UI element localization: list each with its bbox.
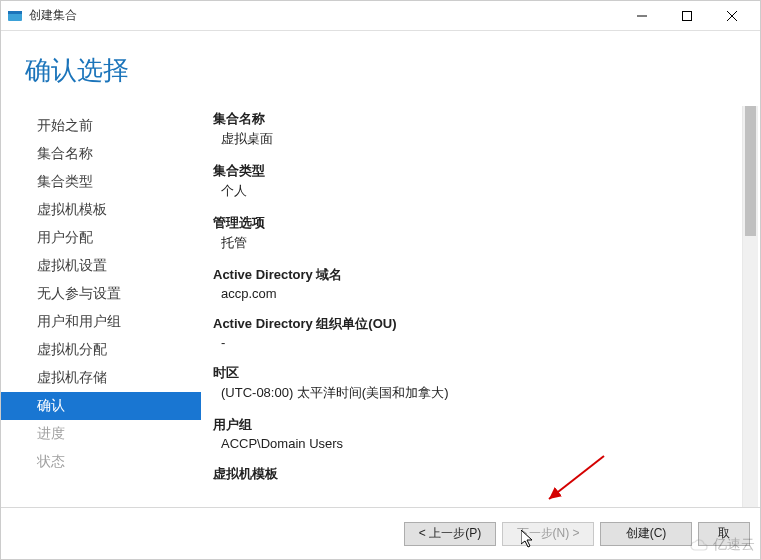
header: 确认选择	[1, 31, 760, 106]
field-user-group: 用户组 ACCP\Domain Users	[213, 416, 732, 451]
create-button[interactable]: 创建(C)	[600, 522, 692, 546]
field-ad-ou: Active Directory 组织单位(OU) -	[213, 315, 732, 350]
collection-type-label: 集合类型	[213, 162, 732, 180]
step-vm-template[interactable]: 虚拟机模板	[1, 196, 201, 224]
field-collection-type: 集合类型 个人	[213, 162, 732, 200]
collection-name-label: 集合名称	[213, 110, 732, 128]
field-collection-name: 集合名称 虚拟桌面	[213, 110, 732, 148]
next-button: 下一步(N) >	[502, 522, 594, 546]
wizard-steps-sidebar: 开始之前 集合名称 集合类型 虚拟机模板 用户分配 虚拟机设置 无人参与设置 用…	[1, 106, 201, 507]
svg-rect-3	[682, 11, 691, 20]
window-title: 创建集合	[29, 7, 619, 24]
ad-ou-value: -	[213, 335, 732, 350]
step-user-assignment[interactable]: 用户分配	[1, 224, 201, 252]
step-before-begin[interactable]: 开始之前	[1, 112, 201, 140]
timezone-label: 时区	[213, 364, 732, 382]
ad-ou-label: Active Directory 组织单位(OU)	[213, 315, 732, 333]
scrollbar[interactable]	[742, 106, 758, 507]
step-collection-type[interactable]: 集合类型	[1, 168, 201, 196]
app-icon	[7, 8, 23, 24]
step-vm-allocation[interactable]: 虚拟机分配	[1, 336, 201, 364]
field-ad-domain: Active Directory 域名 accp.com	[213, 266, 732, 301]
field-management-options: 管理选项 托管	[213, 214, 732, 252]
step-vm-settings[interactable]: 虚拟机设置	[1, 252, 201, 280]
page-title: 确认选择	[25, 53, 736, 88]
wizard-footer: < 上一步(P) 下一步(N) > 创建(C) 取	[1, 507, 760, 559]
ad-domain-value: accp.com	[213, 286, 732, 301]
body: 开始之前 集合名称 集合类型 虚拟机模板 用户分配 虚拟机设置 无人参与设置 用…	[1, 106, 760, 507]
step-progress: 进度	[1, 420, 201, 448]
vm-template-label: 虚拟机模板	[213, 465, 732, 483]
svg-rect-1	[8, 11, 22, 14]
step-unattended-settings[interactable]: 无人参与设置	[1, 280, 201, 308]
cancel-button[interactable]: 取	[698, 522, 750, 546]
field-timezone: 时区 (UTC-08:00) 太平洋时间(美国和加拿大)	[213, 364, 732, 402]
confirmation-summary: 集合名称 虚拟桌面 集合类型 个人 管理选项 托管 Active Directo…	[201, 106, 742, 507]
step-vm-storage[interactable]: 虚拟机存储	[1, 364, 201, 392]
timezone-value: (UTC-08:00) 太平洋时间(美国和加拿大)	[213, 384, 732, 402]
user-group-label: 用户组	[213, 416, 732, 434]
step-confirmation[interactable]: 确认	[1, 392, 201, 420]
collection-type-value: 个人	[213, 182, 732, 200]
maximize-button[interactable]	[664, 2, 709, 30]
titlebar: 创建集合	[1, 1, 760, 31]
wizard-window: 创建集合 确认选择 开始之前 集合名称 集合类型 虚拟机模板 用户分配 虚拟机设…	[0, 0, 761, 560]
management-options-value: 托管	[213, 234, 732, 252]
minimize-button[interactable]	[619, 2, 664, 30]
management-options-label: 管理选项	[213, 214, 732, 232]
user-group-value: ACCP\Domain Users	[213, 436, 732, 451]
close-button[interactable]	[709, 2, 754, 30]
ad-domain-label: Active Directory 域名	[213, 266, 732, 284]
step-users-groups[interactable]: 用户和用户组	[1, 308, 201, 336]
window-controls	[619, 2, 754, 30]
step-collection-name[interactable]: 集合名称	[1, 140, 201, 168]
content-wrap: 集合名称 虚拟桌面 集合类型 个人 管理选项 托管 Active Directo…	[201, 106, 760, 507]
step-status: 状态	[1, 448, 201, 476]
collection-name-value: 虚拟桌面	[213, 130, 732, 148]
scrollbar-thumb[interactable]	[745, 106, 756, 236]
field-vm-template: 虚拟机模板	[213, 465, 732, 483]
previous-button[interactable]: < 上一步(P)	[404, 522, 496, 546]
